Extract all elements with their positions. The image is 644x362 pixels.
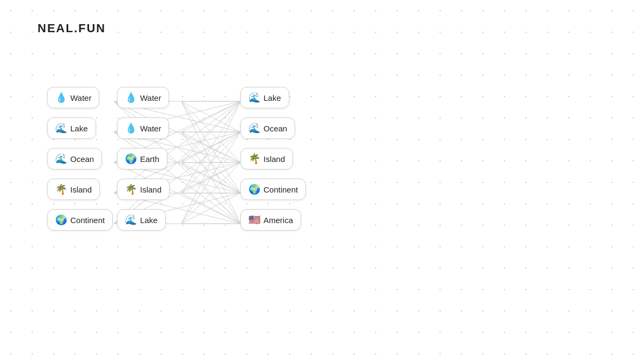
card-island-3[interactable]: 🌴 Island [240, 148, 293, 169]
logo: NEAL.FUN [38, 21, 106, 35]
card-water-1[interactable]: 💧 Water [47, 87, 99, 108]
lake-icon-1: 🌊 [55, 122, 67, 134]
card-label: Ocean [70, 154, 94, 164]
card-water-3[interactable]: 💧 Water [117, 117, 169, 139]
card-ocean-2[interactable]: 🌊 Ocean [240, 117, 295, 139]
island-icon-1: 🌴 [55, 183, 67, 195]
continent-icon-2: 🌍 [248, 183, 260, 195]
lake-icon-2: 🌊 [125, 214, 137, 226]
card-label: Island [264, 154, 285, 164]
card-lake-1[interactable]: 🌊 Lake [47, 117, 96, 139]
water-icon-2: 💧 [125, 92, 137, 104]
island-icon-2: 🌴 [125, 183, 137, 195]
island-icon-3: 🌴 [248, 153, 260, 165]
card-label: Island [70, 185, 92, 194]
earth-icon-1: 🌍 [125, 153, 137, 165]
continent-icon-1: 🌍 [55, 214, 67, 226]
card-continent-1[interactable]: 🌍 Continent [47, 209, 113, 231]
card-island-2[interactable]: 🌴 Island [117, 179, 170, 200]
card-ocean-1[interactable]: 🌊 Ocean [47, 148, 102, 169]
card-lake-3[interactable]: 🌊 Lake [240, 87, 289, 108]
card-label: America [264, 216, 293, 225]
card-label: Lake [70, 124, 88, 133]
card-label: Ocean [264, 124, 287, 133]
card-label: Continent [70, 216, 105, 225]
ocean-icon-1: 🌊 [55, 153, 67, 165]
nodes-container: 💧 Water 🌊 Lake 🌊 Ocean 🌴 Island 🌍 Contin… [0, 0, 644, 362]
card-label: Island [140, 185, 162, 194]
card-label: Water [140, 124, 161, 133]
card-label: Water [70, 93, 91, 102]
card-label: Lake [140, 216, 158, 225]
water-icon-3: 💧 [125, 122, 137, 134]
ocean-icon-2: 🌊 [248, 122, 260, 134]
card-lake-2[interactable]: 🌊 Lake [117, 209, 166, 231]
card-label: Water [140, 93, 161, 102]
card-america-1[interactable]: 🇺🇸 America [240, 209, 301, 231]
card-island-1[interactable]: 🌴 Island [47, 179, 100, 200]
america-icon-1: 🇺🇸 [248, 214, 260, 226]
lake-icon-3: 🌊 [248, 92, 260, 104]
card-water-2[interactable]: 💧 Water [117, 87, 169, 108]
card-label: Lake [264, 93, 281, 102]
card-continent-2[interactable]: 🌍 Continent [240, 179, 306, 200]
water-icon-1: 💧 [55, 92, 67, 104]
card-label: Earth [140, 154, 159, 164]
card-earth-1[interactable]: 🌍 Earth [117, 148, 167, 169]
card-label: Continent [264, 185, 298, 194]
